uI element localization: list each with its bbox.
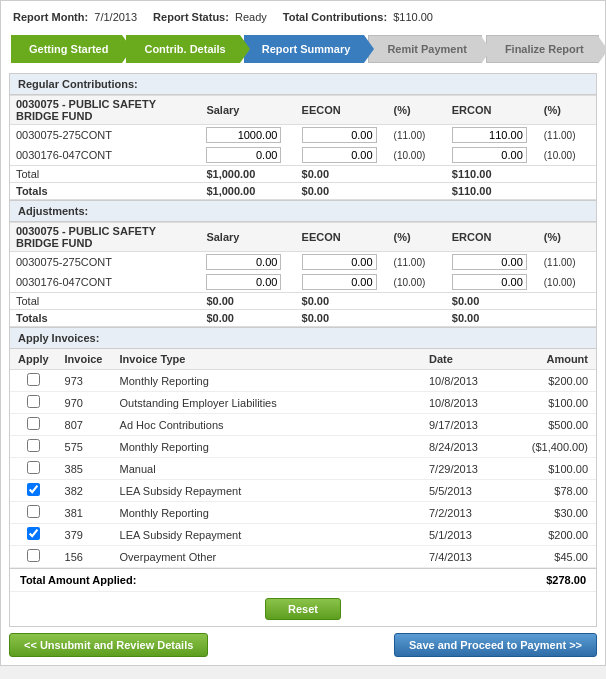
regular-row2-salary-input[interactable]	[206, 147, 281, 163]
adj-row1-ercon-cell	[446, 252, 538, 273]
invoice-5-apply-cell	[10, 480, 57, 502]
invoice-8-checkbox[interactable]	[27, 549, 40, 562]
regular-row1-salary-input[interactable]	[206, 127, 281, 143]
invoice-3-checkbox[interactable]	[27, 439, 40, 452]
invoice-header-row: Apply Invoice Invoice Type Date Amount	[10, 349, 596, 370]
invoice-3-apply-cell	[10, 436, 57, 458]
regular-row1-ercon-input[interactable]	[452, 127, 527, 143]
invoice-3-type: Monthly Reporting	[112, 436, 421, 458]
regular-contributions-table: 0030075 - PUBLIC SAFETY BRIDGE FUND Sala…	[10, 95, 596, 200]
adj-fund-name: 0030075 - PUBLIC SAFETY BRIDGE FUND	[10, 223, 200, 252]
adj-row2-ercon-input[interactable]	[452, 274, 527, 290]
invoice-1-checkbox[interactable]	[27, 395, 40, 408]
adj-row2-ercon-pct: (10.00)	[538, 272, 596, 293]
regular-row1-salary-cell	[200, 125, 295, 146]
main-container: Report Month: 7/1/2013 Report Status: Re…	[0, 0, 606, 666]
regular-ercon-header: ERCON	[446, 96, 538, 125]
adj-row2-id: 0030176-047CONT	[10, 272, 200, 293]
adj-row2-eecon-input[interactable]	[302, 274, 377, 290]
invoice-8-date: 7/4/2013	[421, 546, 511, 568]
adj-row1-ercon-pct: (11.00)	[538, 252, 596, 273]
invoice-0-number: 973	[57, 370, 112, 392]
unsubmit-button[interactable]: << Unsubmit and Review Details	[9, 633, 208, 657]
reset-button[interactable]: Reset	[265, 598, 341, 620]
adj-row2-eecon-pct: (10.00)	[388, 272, 446, 293]
invoice-5-checkbox[interactable]	[27, 483, 40, 496]
table-row: 0030176-047CONT (10.00) (10.00)	[10, 145, 596, 166]
invoice-col-header: Invoice	[57, 349, 112, 370]
total-contributions-label: Total Contributions: $110.00	[283, 11, 433, 23]
tab-contrib-details[interactable]: Contrib. Details	[126, 35, 239, 63]
invoice-type-col-header: Invoice Type	[112, 349, 421, 370]
adj-row1-id: 0030075-275CONT	[10, 252, 200, 273]
invoice-6-checkbox[interactable]	[27, 505, 40, 518]
invoice-1-type: Outstanding Employer Liabilities	[112, 392, 421, 414]
list-item: 156Overpayment Other7/4/2013$45.00	[10, 546, 596, 568]
invoice-5-amount: $78.00	[511, 480, 596, 502]
regular-row1-id: 0030075-275CONT	[10, 125, 200, 146]
invoice-4-checkbox[interactable]	[27, 461, 40, 474]
regular-total-row: Total $1,000.00 $0.00 $110.00	[10, 166, 596, 183]
invoice-6-date: 7/2/2013	[421, 502, 511, 524]
invoice-8-type: Overpayment Other	[112, 546, 421, 568]
adj-total-row: Total $0.00 $0.00 $0.00	[10, 293, 596, 310]
adj-row1-ercon-input[interactable]	[452, 254, 527, 270]
adj-totals-ercon: $0.00	[446, 310, 596, 327]
regular-row1-ercon-pct: (11.00)	[538, 125, 596, 146]
adjustments-table: 0030075 - PUBLIC SAFETY BRIDGE FUND Sala…	[10, 222, 596, 327]
regular-ercon-pct-header: (%)	[538, 96, 596, 125]
invoice-7-checkbox[interactable]	[27, 527, 40, 540]
invoice-0-checkbox[interactable]	[27, 373, 40, 386]
invoice-6-apply-cell	[10, 502, 57, 524]
adjustments-header: Adjustments:	[10, 200, 596, 222]
invoice-2-number: 807	[57, 414, 112, 436]
adj-row2-salary-input[interactable]	[206, 274, 281, 290]
invoice-4-apply-cell	[10, 458, 57, 480]
adj-ercon-pct-header: (%)	[538, 223, 596, 252]
invoice-0-date: 10/8/2013	[421, 370, 511, 392]
adj-totals-label: Totals	[10, 310, 200, 327]
adj-row1-salary-input[interactable]	[206, 254, 281, 270]
regular-total-ercon: $110.00	[446, 166, 596, 183]
regular-totals-label: Totals	[10, 183, 200, 200]
regular-row1-eecon-pct: (11.00)	[388, 125, 446, 146]
tab-getting-started[interactable]: Getting Started	[11, 35, 122, 63]
invoice-8-number: 156	[57, 546, 112, 568]
tab-finalize-report[interactable]: Finalize Report	[486, 35, 599, 63]
regular-eecon-header: EECON	[296, 96, 388, 125]
tab-remit-payment[interactable]: Remit Payment	[368, 35, 481, 63]
invoice-4-type: Manual	[112, 458, 421, 480]
invoice-3-number: 575	[57, 436, 112, 458]
regular-total-eecon: $0.00	[296, 166, 446, 183]
invoice-0-type: Monthly Reporting	[112, 370, 421, 392]
proceed-button[interactable]: Save and Proceed to Payment >>	[394, 633, 597, 657]
invoice-7-date: 5/1/2013	[421, 524, 511, 546]
adj-total-ercon: $0.00	[446, 293, 596, 310]
regular-row2-id: 0030176-047CONT	[10, 145, 200, 166]
invoice-2-checkbox[interactable]	[27, 417, 40, 430]
adj-row1-eecon-input[interactable]	[302, 254, 377, 270]
adj-row1-eecon-cell	[296, 252, 388, 273]
adj-total-label: Total	[10, 293, 200, 310]
list-item: 379LEA Subsidy Repayment5/1/2013$200.00	[10, 524, 596, 546]
regular-row2-eecon-input[interactable]	[302, 147, 377, 163]
reset-row: Reset	[10, 591, 596, 626]
regular-row1-eecon-input[interactable]	[302, 127, 377, 143]
invoice-4-amount: $100.00	[511, 458, 596, 480]
invoice-2-apply-cell	[10, 414, 57, 436]
regular-totals-salary: $1,000.00	[200, 183, 295, 200]
regular-row1-ercon-cell	[446, 125, 538, 146]
list-item: 575Monthly Reporting8/24/2013($1,400.00)	[10, 436, 596, 458]
invoice-1-amount: $100.00	[511, 392, 596, 414]
regular-row2-ercon-input[interactable]	[452, 147, 527, 163]
tab-report-summary[interactable]: Report Summary	[244, 35, 365, 63]
total-applied-label: Total Amount Applied:	[20, 574, 136, 586]
invoice-2-type: Ad Hoc Contributions	[112, 414, 421, 436]
adj-totals-eecon: $0.00	[296, 310, 446, 327]
invoice-table: Apply Invoice Invoice Type Date Amount 9…	[10, 349, 596, 568]
invoice-8-apply-cell	[10, 546, 57, 568]
regular-totals-ercon: $110.00	[446, 183, 596, 200]
list-item: 382LEA Subsidy Repayment5/5/2013$78.00	[10, 480, 596, 502]
report-status-label: Report Status: Ready	[153, 11, 267, 23]
regular-row2-ercon-pct: (10.00)	[538, 145, 596, 166]
